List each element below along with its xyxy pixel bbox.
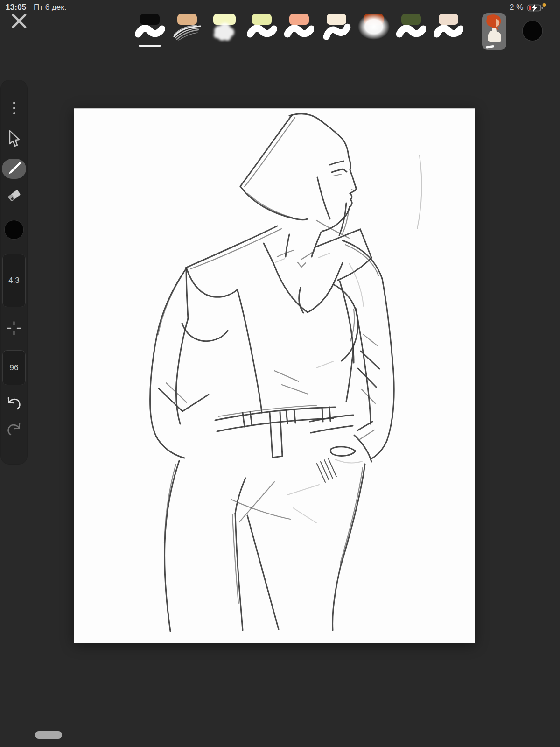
- brush-preset[interactable]: [243, 0, 280, 51]
- clock-time: 13:05: [6, 3, 26, 12]
- brush-stroke-icon: [172, 21, 202, 43]
- crosshair-icon[interactable]: [6, 320, 22, 336]
- opacity-value: 96: [10, 363, 19, 373]
- current-color-swatch[interactable]: [523, 21, 542, 41]
- color-swatch-tool[interactable]: [5, 220, 23, 239]
- brush-stroke-icon: [210, 21, 239, 44]
- brush-stroke-icon: [434, 21, 463, 43]
- eraser-tool-icon[interactable]: [6, 188, 22, 204]
- selected-brush-underline: [139, 45, 161, 47]
- brush-preset[interactable]: [131, 0, 168, 51]
- canvas-artwork: [74, 108, 475, 643]
- brush-preset[interactable]: [355, 0, 392, 51]
- drawing-canvas[interactable]: [74, 108, 475, 643]
- brush-tool-selected[interactable]: [2, 159, 26, 179]
- opacity-field[interactable]: 96: [2, 350, 26, 385]
- reference-art: [482, 13, 506, 50]
- undo-icon[interactable]: [6, 396, 22, 411]
- brush-icon: [7, 162, 21, 176]
- brush-preset[interactable]: [392, 0, 430, 51]
- brush-preset[interactable]: [206, 0, 243, 51]
- brush-size-value: 4.3: [8, 276, 20, 285]
- panel-handle[interactable]: [35, 731, 62, 739]
- brush-preset-bar: [131, 0, 467, 51]
- brush-stroke-icon: [247, 21, 277, 43]
- redo-icon[interactable]: [6, 422, 22, 437]
- brush-stroke-icon: [396, 21, 426, 43]
- brush-preset[interactable]: [430, 0, 467, 51]
- cursor-tool-icon[interactable]: [8, 130, 20, 148]
- battery-percent: 2 %: [510, 3, 523, 12]
- brush-stroke-icon: [135, 21, 165, 43]
- brush-stroke-icon: [320, 19, 353, 45]
- brush-size-field[interactable]: 4.3: [2, 254, 26, 307]
- brush-preset[interactable]: [168, 0, 206, 51]
- tool-panel: 4.3 96: [1, 80, 27, 464]
- battery-charging-icon: [527, 3, 546, 13]
- brush-preset[interactable]: [318, 0, 355, 51]
- menu-dots-icon[interactable]: [13, 102, 15, 117]
- brush-preset[interactable]: [280, 0, 318, 51]
- close-icon[interactable]: [11, 13, 28, 29]
- brush-stroke-icon: [357, 12, 390, 41]
- reference-image-thumbnail[interactable]: [482, 13, 506, 50]
- status-date: Пт 6 дек.: [34, 3, 66, 12]
- brush-stroke-icon: [284, 21, 314, 43]
